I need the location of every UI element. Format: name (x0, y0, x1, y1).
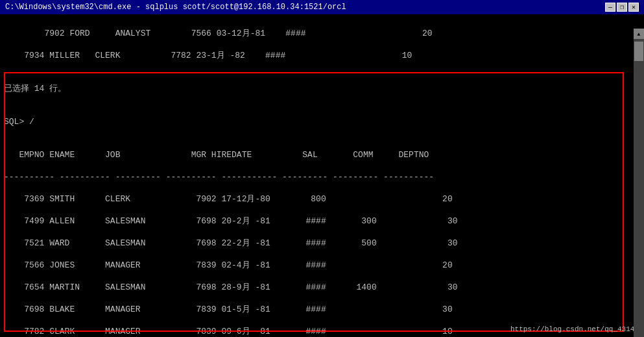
data-row-4: 7654 MARTIN SALESMAN 7698 28-9月 -81 ####… (4, 282, 458, 292)
data-row-5: 7698 BLAKE MANAGER 7839 01-5月 -81 #### 3… (4, 305, 453, 314)
watermark: https://blog.csdn.net/qq_43141 (510, 325, 639, 333)
window-controls: — ❐ ✕ (605, 3, 639, 12)
scroll-thumb[interactable] (634, 42, 643, 61)
title-bar: C:\Windows\system32\cmd.exe - sqlplus sc… (0, 0, 644, 14)
scrollbar[interactable]: ▲ ▼ (634, 29, 644, 337)
scroll-up-arrow[interactable]: ▲ (634, 29, 644, 39)
sql-prompt-1: SQL> / (4, 117, 34, 127)
restore-button[interactable]: ❐ (617, 3, 627, 12)
separator-1: ---------- ---------- --------- --------… (4, 172, 434, 182)
data-row-2: 7521 WARD SALESMAN 7698 22-2月 -81 #### 5… (4, 238, 458, 248)
data-row-0: 7369 SMITH CLERK 7902 17-12月-80 800 20 (4, 194, 453, 204)
top-line-2: 7934 MILLER CLERK 7782 23-1月 -82 #### 10 (4, 51, 412, 60)
data-row-6: 7782 CLARK MANAGER 7839 09-6月 -81 #### 1… (4, 327, 453, 336)
close-button[interactable]: ✕ (628, 3, 639, 12)
top-line-1: 7902 FORD ANALYST 7566 03-12月-81 #### 20 (24, 29, 432, 38)
selected-line-1: 已选择 14 行。 (4, 84, 66, 94)
console-content: 7902 FORD ANALYST 7566 03-12月-81 #### 20… (4, 17, 640, 337)
data-row-1: 7499 ALLEN SALESMAN 7698 20-2月 -81 #### … (4, 216, 458, 226)
data-row-3: 7566 JONES MANAGER 7839 02-4月 -81 #### 2… (4, 260, 453, 270)
table-header-1: EMPNO ENAME JOB MGR HIREDATE SAL COMM DE… (4, 150, 429, 160)
minimize-button[interactable]: — (605, 3, 615, 12)
title-text: C:\Windows\system32\cmd.exe - sqlplus sc… (5, 3, 346, 12)
console-area: 7902 FORD ANALYST 7566 03-12月-81 #### 20… (0, 14, 644, 337)
